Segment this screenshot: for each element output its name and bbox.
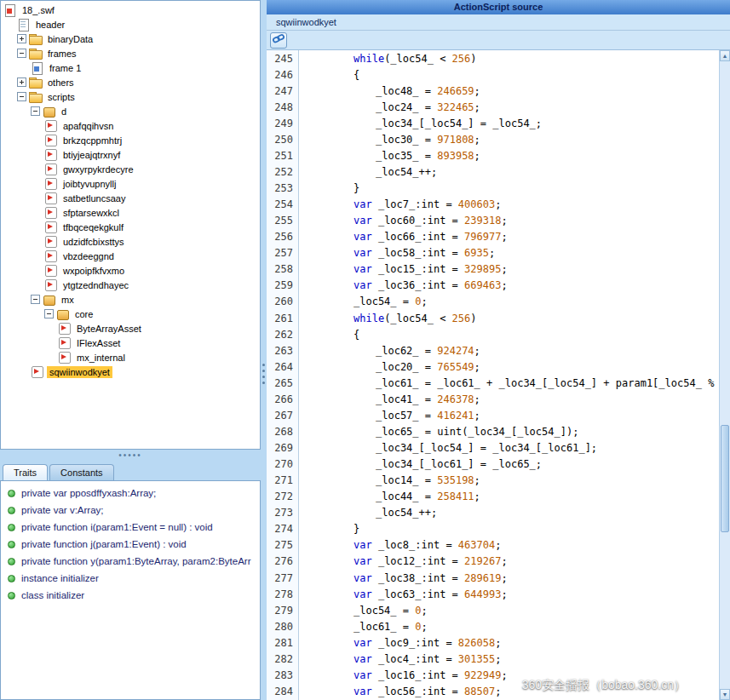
tree-item-vbzdeeggnd[interactable]: vbzdeeggnd (1, 249, 260, 263)
trait-visibility-icon (8, 490, 15, 497)
trait-item[interactable]: private function j(param1:Event) : void (1, 536, 260, 553)
tree-item-ytgtzedndhayec[interactable]: ytgtzedndhayec (1, 278, 260, 292)
code-scrollbar[interactable]: ▲ ▼ (719, 50, 730, 700)
code-line: 255var _loc60_:int = 239318; (267, 213, 730, 229)
tree-item-header[interactable]: header (1, 17, 260, 32)
scrollbar-thumb[interactable] (721, 425, 729, 531)
line-number: 245 (267, 50, 299, 66)
line-number: 246 (267, 66, 299, 83)
tree-item-18_-swf[interactable]: 18_.swf (1, 3, 260, 17)
collapse-icon[interactable] (17, 92, 26, 101)
code-line-source: _loc20_ = 765549; (299, 361, 730, 373)
code-line-source: _loc35_ = 893958; (299, 150, 730, 162)
expand-icon[interactable] (17, 34, 26, 43)
line-number: 247 (267, 83, 299, 99)
tree-item-mx_internal[interactable]: mx_internal (1, 350, 260, 364)
script-icon (44, 119, 57, 132)
tree-item-ByteArrayAsset[interactable]: ByteArrayAsset (1, 321, 260, 336)
code-line: 282var _loc4_:int = 301355; (267, 651, 730, 667)
code-line-source: var _loc58_:int = 6935; (299, 247, 730, 259)
code-line-source: _loc54_ = 0; (299, 295, 730, 307)
trait-visibility-icon (8, 575, 15, 582)
expand-icon[interactable] (17, 77, 26, 87)
line-number: 260 (267, 294, 299, 310)
script-icon (44, 206, 57, 219)
code-line: 270_loc34_[_loc61_] = _loc65_; (267, 456, 730, 473)
tree-item-sqwiinwodkyet[interactable]: sqwiinwodkyet (1, 364, 260, 379)
tree-item-sfptarsewxkcl[interactable]: sfptarsewxkcl (1, 205, 260, 220)
tree-item-frame-1[interactable]: frame 1 (1, 60, 260, 75)
collapse-icon[interactable] (31, 295, 40, 304)
tree-item-d[interactable]: d (1, 104, 260, 118)
tree-item-gwxyrpykrdecyre[interactable]: gwxyrpykrdecyre (1, 162, 260, 176)
scrollbar-track[interactable] (720, 61, 730, 689)
tree-item-IFlexAsset[interactable]: IFlexAsset (1, 336, 260, 350)
line-number: 255 (267, 213, 299, 229)
script-icon (44, 250, 57, 262)
collapse-icon[interactable] (17, 49, 26, 58)
collapse-icon[interactable] (31, 106, 40, 116)
code-line: 281var _loc9_:int = 826058; (267, 634, 730, 651)
line-number: 274 (267, 521, 299, 537)
tree-item-core[interactable]: core (1, 307, 260, 321)
trait-item[interactable]: private function y(param1:ByteArray, par… (1, 553, 260, 570)
code-line-source: _loc65_ = uint(_loc34_[_loc54_]); (299, 426, 730, 438)
code-line-source: while(_loc54_ < 256) (299, 53, 730, 65)
line-number: 275 (267, 537, 299, 554)
tree-item-label: frames (45, 48, 79, 60)
page-icon (17, 18, 30, 31)
trait-item[interactable]: private function i(param1:Event = null) … (1, 519, 260, 536)
vertical-splitter[interactable] (261, 0, 267, 700)
tree-item-wxpoipfkfvxmo[interactable]: wxpoipfkfvxmo (1, 263, 260, 278)
tab-constants[interactable]: Constants (49, 464, 114, 480)
panel-title: ActionScript source (267, 0, 730, 14)
code-line-source: var _loc36_:int = 669463; (299, 279, 730, 291)
code-line-source: var _loc7_:int = 400603; (299, 198, 730, 210)
code-line: 261while(_loc54_ < 256) (267, 310, 730, 326)
code-line-source: _loc54_ = 0; (299, 605, 730, 617)
collapse-icon[interactable] (44, 309, 54, 318)
code-line-source: var _loc63_:int = 644993; (299, 588, 730, 600)
tree-item-mx[interactable]: mx (1, 292, 260, 307)
tab-traits[interactable]: Traits (3, 464, 48, 480)
tree-item-joibtyvupnyllj[interactable]: joibtyvupnyllj (1, 176, 260, 191)
tree-item-udzidfcbixsttys[interactable]: udzidfcbixsttys (1, 234, 260, 249)
tree-item-binaryData[interactable]: binaryData (1, 32, 260, 46)
tree-item-tfbqceqekgkulf[interactable]: tfbqceqekgkulf (1, 220, 260, 234)
script-icon (58, 351, 71, 364)
tree-item-frames[interactable]: frames (1, 46, 260, 60)
trait-item[interactable]: private var v:Array; (1, 502, 260, 519)
code-line-source: _loc54_++; (299, 507, 730, 519)
code-line-source: var _loc9_:int = 826058; (299, 637, 730, 649)
line-number: 259 (267, 278, 299, 294)
tree-item-scripts[interactable]: scripts (1, 89, 260, 104)
tree-item-label: d (59, 106, 69, 118)
trait-item[interactable]: private var pposdffyxash:Array; (1, 485, 260, 502)
tree-item-brkzqcppmhtrj[interactable]: brkzqcppmhtrj (1, 133, 260, 147)
code-line-source: var _loc16_:int = 922949; (299, 669, 730, 681)
tree-item-apafqqihvsn[interactable]: apafqqihvsn (1, 118, 260, 133)
horizontal-splitter[interactable]: ••••• (0, 450, 261, 461)
tree-item-label: mx (59, 294, 77, 306)
trait-visibility-icon (8, 507, 15, 514)
line-number: 265 (267, 375, 299, 391)
scroll-down-button[interactable]: ▼ (720, 689, 730, 700)
tree-item-btiyjeajqtrxnyf[interactable]: btiyjeajqtrxnyf (1, 147, 260, 162)
code-line-source: } (299, 523, 730, 535)
tree-item-label: wxpoipfkfvxmo (60, 265, 127, 277)
source-tab[interactable]: sqwiinwodkyet (271, 16, 342, 28)
trait-item[interactable]: instance initializer (1, 570, 260, 587)
line-number: 251 (267, 147, 299, 164)
tree-item-label: satbetluncsaay (60, 192, 128, 204)
code-line: 257var _loc58_:int = 6935; (267, 245, 730, 261)
tree-item-satbetluncsaay[interactable]: satbetluncsaay (1, 191, 260, 205)
code-editor[interactable]: 245while(_loc54_ < 256)246{247_loc48_ = … (267, 50, 730, 700)
tree-item-label: header (33, 19, 67, 31)
line-number: 269 (267, 440, 299, 456)
code-panel: 245while(_loc54_ < 256)246{247_loc48_ = … (267, 50, 730, 700)
tree-item-others[interactable]: others (1, 75, 260, 89)
code-line: 245while(_loc54_ < 256) (267, 50, 730, 66)
trait-item[interactable]: class initializer (1, 587, 260, 604)
link-button[interactable] (270, 32, 287, 49)
scroll-up-button[interactable]: ▲ (720, 50, 730, 61)
